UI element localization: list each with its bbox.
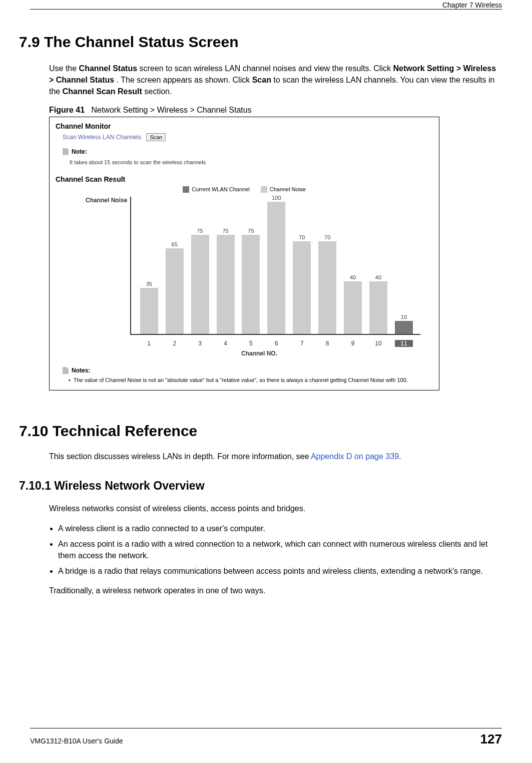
overview-intro: Wireless networks consist of wireless cl… xyxy=(49,503,502,514)
x-tick-label: 3 xyxy=(191,340,209,347)
appendix-link[interactable]: Appendix D on page 339 xyxy=(311,452,399,461)
x-tick-label: 5 xyxy=(242,340,260,347)
bar-value-label: 10 xyxy=(395,314,413,320)
figure-box: Channel Monitor Scan Wireless LAN Channe… xyxy=(49,117,439,391)
chart-bar xyxy=(166,248,184,334)
chart-bar xyxy=(242,235,260,334)
legend-noise: Channel Noise xyxy=(261,186,306,193)
chart-bar xyxy=(293,241,311,334)
x-tick-label: 7 xyxy=(293,340,311,347)
list-item: A wireless client is a radio connected t… xyxy=(58,523,502,534)
notes-footer-row: Notes: xyxy=(63,367,433,374)
page-number: 127 xyxy=(480,731,502,747)
x-tick-label: 8 xyxy=(318,340,336,347)
note-text: It takes about 15 seconds to scan the wi… xyxy=(70,159,433,165)
y-axis-label: Channel Noise xyxy=(86,197,127,204)
ref-paragraph: This section discusses wireless LANs in … xyxy=(49,451,502,462)
section-7-10-body: This section discusses wireless LANs in … xyxy=(49,451,502,462)
x-tick-label: 4 xyxy=(217,340,235,347)
x-tick-label: 6 xyxy=(267,340,285,347)
bar-value-label: 35 xyxy=(140,281,158,287)
notes-bullet: • The value of Channel Noise is not an "… xyxy=(69,377,433,383)
note-icon xyxy=(63,148,69,155)
figure-caption: Figure 41 Network Setting > Wireless > C… xyxy=(49,106,502,115)
x-axis xyxy=(130,334,420,335)
chart-bar xyxy=(140,288,158,334)
header-rule xyxy=(30,9,502,10)
chart-bar xyxy=(369,281,387,334)
chart-bar xyxy=(267,202,285,334)
note-row: Note: xyxy=(63,148,433,155)
section-7-10-1-body: Wireless networks consist of wireless cl… xyxy=(49,503,502,596)
footer-guide-title: VMG1312-B10A User's Guide xyxy=(30,737,123,745)
y-axis xyxy=(130,197,131,335)
list-item: An access point is a radio with a wired … xyxy=(58,538,502,561)
plot-area: 351652753754755100670770840940101011 xyxy=(130,197,420,347)
x-tick-label: 2 xyxy=(166,340,184,347)
section-7-9-body: Use the Channel Status screen to scan wi… xyxy=(49,63,502,391)
x-axis-label: Channel NO. xyxy=(86,350,433,357)
bar-value-label: 65 xyxy=(166,241,184,247)
bar-value-label: 40 xyxy=(344,274,362,280)
scan-result-title: Channel Scan Result xyxy=(56,175,433,183)
bar-value-label: 40 xyxy=(369,274,387,280)
scan-row: Scan Wireless LAN Channels Scan xyxy=(63,133,433,141)
bar-value-label: 75 xyxy=(191,228,209,234)
notes-icon xyxy=(63,367,69,374)
bar-value-label: 75 xyxy=(217,228,235,234)
section-heading-7-10-1: 7.10.1 Wireless Network Overview xyxy=(19,479,502,493)
note-label: Note: xyxy=(72,148,87,155)
chart-bar xyxy=(344,281,362,334)
list-item: A bridge is a radio that relays communic… xyxy=(58,565,502,577)
swatch-current-icon xyxy=(183,186,189,193)
page-footer: VMG1312-B10A User's Guide 127 xyxy=(30,728,502,747)
scan-label: Scan Wireless LAN Channels xyxy=(63,134,141,141)
footer-rule xyxy=(30,728,502,728)
x-tick-label: 10 xyxy=(369,340,387,347)
chart-bar xyxy=(191,235,209,334)
x-tick-label: 1 xyxy=(140,340,158,347)
chart-bar xyxy=(318,241,336,334)
chart-legend: Current WLAN Channel Channel Noise xyxy=(56,186,433,193)
swatch-noise-icon xyxy=(261,186,267,193)
chapter-header: Chapter 7 Wireless xyxy=(442,0,502,9)
bar-value-label: 70 xyxy=(293,234,311,240)
chart-bar xyxy=(217,235,235,334)
bar-value-label: 75 xyxy=(242,228,260,234)
chart-bar xyxy=(395,321,413,334)
overview-list: A wireless client is a radio connected t… xyxy=(49,523,502,577)
intro-paragraph: Use the Channel Status screen to scan wi… xyxy=(49,63,502,98)
x-tick-label: 9 xyxy=(344,340,362,347)
x-tick-label: 11 xyxy=(395,340,413,347)
section-heading-7-10: 7.10 Technical Reference xyxy=(19,423,502,440)
overview-closing: Traditionally, a wireless network operat… xyxy=(49,585,502,596)
channel-monitor-title: Channel Monitor xyxy=(56,122,433,130)
section-heading-7-9: 7.9 The Channel Status Screen xyxy=(19,34,502,51)
chart: Channel Noise 35165275375475510067077084… xyxy=(86,197,433,347)
scan-button[interactable]: Scan xyxy=(146,133,166,141)
legend-current: Current WLAN Channel xyxy=(183,186,250,193)
bar-value-label: 70 xyxy=(318,234,336,240)
bar-value-label: 100 xyxy=(267,195,285,201)
page-container: Chapter 7 Wireless 7.9 The Channel Statu… xyxy=(0,0,532,763)
notes-label: Notes: xyxy=(72,367,90,374)
